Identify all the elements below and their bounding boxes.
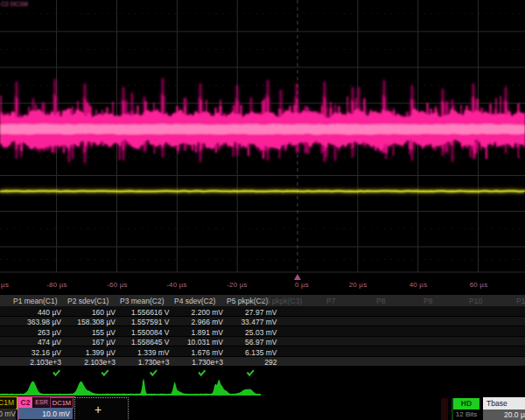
svg-text:C2 DC1M: C2 DC1M <box>1 1 28 7</box>
